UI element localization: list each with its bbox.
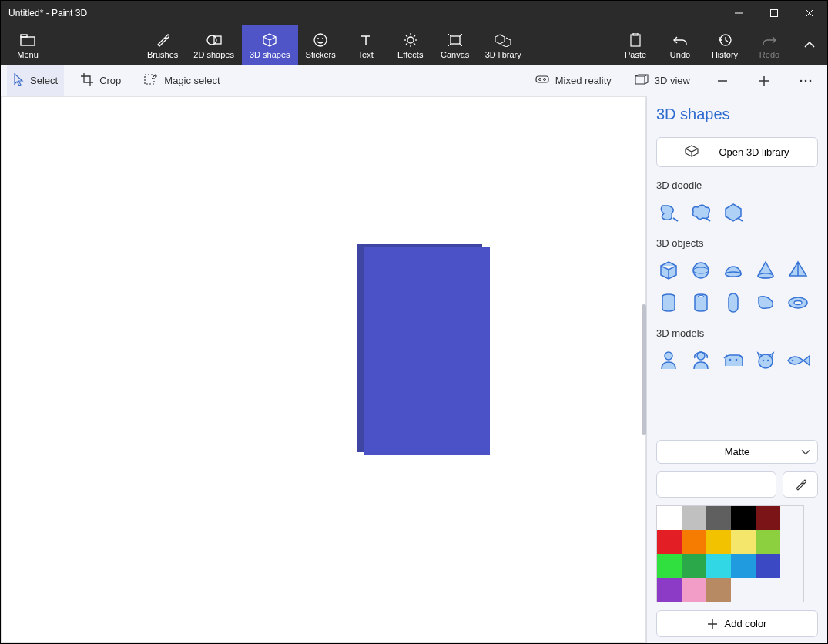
fish-icon <box>786 353 810 368</box>
brushes-button[interactable]: Brushes <box>139 25 186 65</box>
cone-tool[interactable] <box>753 258 778 283</box>
color-swatch[interactable] <box>756 554 780 578</box>
pyramid-icon <box>788 260 808 280</box>
color-swatch[interactable] <box>706 506 731 530</box>
window-title: Untitled* - Paint 3D <box>8 8 87 18</box>
canvas-button[interactable]: Canvas <box>433 25 478 65</box>
material-dropdown[interactable]: Matte <box>656 440 818 464</box>
svg-rect-25 <box>631 35 640 46</box>
cube-tool[interactable] <box>656 258 681 283</box>
tube-tool[interactable] <box>689 290 713 315</box>
expand-panel-button[interactable] <box>792 25 827 65</box>
canvas-sheet[interactable] <box>1 96 646 643</box>
curved-cylinder-icon <box>756 294 776 311</box>
svg-line-18 <box>414 35 415 37</box>
minimize-button[interactable] <box>721 1 756 25</box>
woman-tool[interactable] <box>689 348 713 373</box>
3d-library-button[interactable]: 3D library <box>478 25 529 65</box>
3d-objects-grid <box>656 258 818 315</box>
open-3d-library-button[interactable]: Open 3D library <box>656 137 818 167</box>
eyedropper-button[interactable] <box>783 471 818 498</box>
2d-shapes-icon <box>206 32 222 48</box>
brush-icon <box>156 32 169 48</box>
color-swatch[interactable] <box>731 554 756 578</box>
color-swatch[interactable] <box>657 554 682 578</box>
mixed-reality-icon <box>535 74 549 87</box>
menu-button[interactable]: Menu <box>1 25 55 65</box>
redo-button[interactable]: Redo <box>747 25 792 65</box>
cylinder-tool[interactable] <box>656 290 681 315</box>
plus-icon <box>708 619 717 629</box>
donut-tool[interactable] <box>786 290 810 315</box>
3d-doodle-grid <box>656 200 818 225</box>
paste-button[interactable]: Paste <box>613 25 658 65</box>
svg-line-22 <box>459 34 462 37</box>
add-color-button[interactable]: Add color <box>656 610 818 637</box>
2d-shapes-button[interactable]: 2D shapes <box>186 25 242 65</box>
zoom-out-button[interactable] <box>707 65 738 96</box>
add-color-label: Add color <box>725 618 767 629</box>
brushes-label: Brushes <box>147 50 178 59</box>
eyedropper-icon <box>794 478 806 491</box>
panel-title: 3D shapes <box>656 106 818 123</box>
more-options-button[interactable] <box>790 65 821 96</box>
capsule-tool[interactable] <box>721 290 746 315</box>
hemisphere-tool[interactable] <box>721 258 746 283</box>
effects-label: Effects <box>397 50 423 59</box>
color-swatch[interactable] <box>682 506 706 530</box>
magic-select-tool[interactable]: Magic select <box>138 65 226 96</box>
vertical-scrollbar[interactable] <box>642 304 646 435</box>
dog-tool[interactable] <box>721 348 746 373</box>
pyramid-tool[interactable] <box>786 258 810 283</box>
3d-view-button[interactable]: 3D view <box>629 65 696 96</box>
effects-button[interactable]: Effects <box>388 25 433 65</box>
color-swatch[interactable] <box>706 578 731 602</box>
color-swatch[interactable] <box>756 506 780 530</box>
svg-point-52 <box>759 354 773 368</box>
color-swatch[interactable] <box>731 506 756 530</box>
3d-shapes-button[interactable]: 3D shapes <box>242 25 298 65</box>
select-tool[interactable]: Select <box>7 65 64 96</box>
paste-label: Paste <box>625 50 646 59</box>
svg-rect-45 <box>729 293 738 312</box>
tube-doodle-tool[interactable] <box>721 200 746 225</box>
color-swatch[interactable] <box>682 530 706 554</box>
zoom-in-button[interactable] <box>749 65 779 96</box>
more-icon <box>800 79 812 82</box>
canvas-label: Canvas <box>441 50 469 59</box>
close-button[interactable] <box>792 1 827 25</box>
color-swatch[interactable] <box>682 554 706 578</box>
soft-edge-doodle-tool[interactable] <box>689 200 713 225</box>
color-swatch[interactable] <box>657 506 682 530</box>
history-button[interactable]: History <box>702 25 747 65</box>
svg-rect-1 <box>771 10 778 17</box>
svg-line-21 <box>448 34 451 37</box>
color-swatch[interactable] <box>731 530 756 554</box>
curved-cylinder-tool[interactable] <box>753 290 778 315</box>
title-bar: Untitled* - Paint 3D <box>1 1 827 25</box>
color-swatch[interactable] <box>657 530 682 554</box>
text-button[interactable]: Text <box>344 25 388 65</box>
undo-button[interactable]: Undo <box>658 25 702 65</box>
stickers-button[interactable]: Stickers <box>298 25 344 65</box>
color-swatch[interactable] <box>682 578 706 602</box>
svg-point-35 <box>800 79 803 82</box>
color-swatch[interactable] <box>756 530 780 554</box>
color-swatch[interactable] <box>706 530 731 554</box>
text-icon <box>360 32 372 48</box>
canvas-area[interactable] <box>1 96 646 643</box>
svg-line-19 <box>406 43 407 45</box>
mixed-reality-button[interactable]: Mixed reality <box>529 65 618 96</box>
cat-tool[interactable] <box>753 348 778 373</box>
fish-tool[interactable] <box>786 348 810 373</box>
sphere-tool[interactable] <box>689 258 713 283</box>
man-tool[interactable] <box>656 348 681 373</box>
color-swatch[interactable] <box>706 554 731 578</box>
crop-tool[interactable]: Crop <box>75 65 127 96</box>
history-label: History <box>712 50 738 59</box>
sharp-edge-doodle-tool[interactable] <box>656 200 681 225</box>
current-color-box[interactable] <box>656 471 776 498</box>
color-swatch[interactable] <box>657 578 682 602</box>
svg-point-38 <box>693 263 709 278</box>
maximize-button[interactable] <box>756 1 792 25</box>
